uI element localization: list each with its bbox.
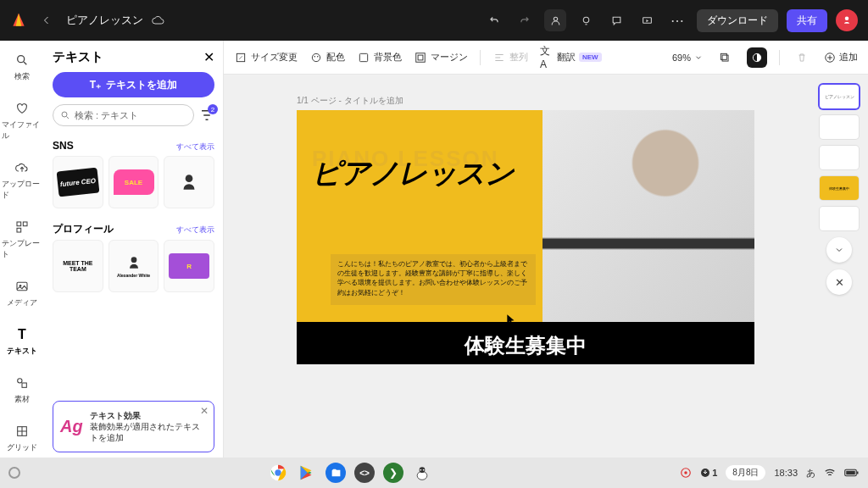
page-thumb-1[interactable]: ピアノレッスン [820,85,859,108]
back-button[interactable] [36,9,58,31]
tb-translate[interactable]: 文A翻訳NEW [540,51,602,64]
sns-thumb-2[interactable]: SALE [108,156,159,208]
wifi-icon[interactable] [824,467,836,479]
filter-badge: 2 [208,104,218,114]
lightbulb-icon[interactable] [575,9,597,31]
text-effect-card[interactable]: ✕ Ag テキスト効果装飾効果が適用されたテキストを追加 [53,401,214,452]
contrast-button[interactable] [747,47,767,68]
sns-thumb-3[interactable] [164,156,214,208]
tb-resize[interactable]: サイズ変更 [234,51,298,64]
svg-point-1 [583,17,589,23]
more-icon[interactable]: ⋯ [666,9,688,31]
sns-thumb-1[interactable]: future CEO [53,156,103,208]
launcher-icon[interactable] [8,467,20,479]
profile-thumbnails: MEET THETEAM Alexander White R [53,240,214,292]
resize-icon [234,51,248,64]
battery-icon[interactable] [844,468,860,478]
profile-thumb-1[interactable]: MEET THETEAM [53,240,103,292]
svg-point-11 [18,379,22,383]
align-icon [492,51,506,64]
taskbar-time[interactable]: 18:33 [774,468,798,478]
tb-align[interactable]: 整列 [492,51,528,64]
app-linux-icon[interactable] [412,463,432,483]
heart-icon [13,99,31,118]
record-icon[interactable] [680,467,692,479]
app-topbar: ピアノレッスン ⋯ ダウンロード 共有 [0,0,868,41]
app-play-icon[interactable] [297,463,317,483]
add-text-button[interactable]: T₊ テキストを追加 [53,72,214,97]
chevron-down-icon [834,245,844,255]
media-icon [13,277,31,296]
app-code-icon[interactable]: <> [354,463,375,483]
rail-media[interactable]: メディア [2,274,42,312]
add-page-button[interactable]: 追加 [824,51,858,64]
share-button[interactable]: 共有 [787,9,827,32]
rail-upload[interactable]: アップロード [2,155,42,204]
pages-rail: ピアノレッスン 体験生募集中 ✕ [819,85,860,295]
user-icon-button[interactable] [544,9,566,31]
canvas-recruit-text: 体験生募集中 [297,332,754,359]
tb-palette[interactable]: 配色 [309,51,345,64]
user-avatar[interactable] [836,9,858,31]
section-sns-title: SNS [53,140,74,152]
page-label[interactable]: 1/1 ページ - タイトルを追加 [297,95,754,107]
text-panel: テキスト ✕ T₊ テキストを追加 検索 : テキスト 2 SNSすべて表示 f… [44,41,224,458]
page-thumb-3[interactable] [820,146,859,169]
delete-button[interactable] [792,47,812,68]
rail-search[interactable]: 検索 [2,47,42,86]
zoom-picker[interactable]: 69% [672,53,703,63]
rail-text[interactable]: Tテキスト [2,322,42,360]
comment-icon[interactable] [605,9,627,31]
rail-myfile[interactable]: マイファイル [2,96,42,145]
app-logo-icon [10,12,27,29]
svg-point-4 [845,17,849,21]
app-terminal-icon[interactable]: ❯ [383,463,403,483]
svg-rect-39 [846,471,855,475]
profile-thumb-3[interactable]: R [164,240,214,292]
pages-close-button[interactable]: ✕ [826,269,852,295]
page-thumb-2[interactable] [820,115,859,139]
pages-more-button[interactable] [826,237,852,263]
search-icon [60,110,70,120]
panel-search-input[interactable]: 検索 : テキスト [53,104,194,126]
filter-button[interactable]: 2 [199,108,214,123]
canvas-jp-title: ピアノレッスン [312,154,514,193]
panel-close-icon[interactable]: ✕ [203,49,214,65]
svg-rect-8 [17,228,21,232]
svg-point-19 [312,53,320,61]
effect-close-icon[interactable]: ✕ [200,405,209,417]
app-files-icon[interactable] [326,463,346,483]
download-button[interactable]: ダウンロード [697,9,778,32]
svg-point-36 [684,471,687,474]
cloud-icon [152,14,165,27]
svg-rect-25 [722,55,728,61]
tb-bgcolor[interactable]: 背景色 [357,51,402,64]
grid-icon [13,422,31,441]
rail-template[interactable]: テンプレート [2,214,42,263]
page-thumb-4[interactable]: 体験生募集中 [820,176,859,200]
ime-indicator[interactable]: あ [806,467,815,480]
svg-rect-6 [17,222,21,226]
translate-icon: 文A [540,51,554,64]
layers-button[interactable] [715,47,735,68]
section-sns-seeall[interactable]: すべて表示 [176,141,214,152]
rail-element[interactable]: 素材 [2,370,42,408]
tb-margin[interactable]: マージン [414,51,468,64]
notification-badge[interactable]: 1 [700,468,717,478]
taskbar-date[interactable]: 8月8日 [726,465,765,480]
canvas-photo [542,110,754,322]
design-canvas[interactable]: PIANO LESSON ピアノレッスン こんにちは！私たちのピアノ教室では、初… [297,110,754,364]
profile-thumb-2[interactable]: Alexander White [108,240,159,292]
section-profile-seeall[interactable]: すべて表示 [176,225,214,236]
document-title[interactable]: ピアノレッスン [66,13,143,28]
rail-grid[interactable]: グリッド [2,419,42,457]
page-thumb-5[interactable] [820,207,859,230]
redo-button[interactable] [514,9,536,31]
svg-rect-22 [359,53,367,61]
undo-button[interactable] [483,9,505,31]
sns-thumbnails: future CEO SALE [53,156,214,208]
plus-circle-icon [824,52,836,64]
present-icon[interactable] [636,9,658,31]
app-chrome-icon[interactable] [268,463,288,483]
svg-point-0 [554,17,557,20]
